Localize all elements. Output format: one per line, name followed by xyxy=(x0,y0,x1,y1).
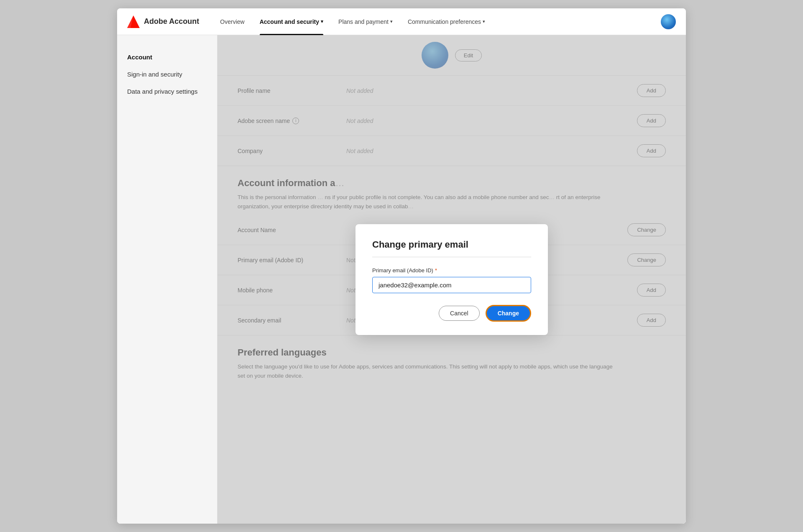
avatar[interactable] xyxy=(661,14,676,29)
nav-item-account-security[interactable]: Account and security ▾ xyxy=(252,8,331,35)
sidebar: Account Sign-in and security Data and pr… xyxy=(117,35,217,524)
change-email-modal: Change primary email Primary email (Adob… xyxy=(355,224,548,335)
modal-title: Change primary email xyxy=(372,239,531,250)
required-star: * xyxy=(435,267,437,274)
nav-items: Overview Account and security ▾ Plans an… xyxy=(212,8,661,35)
chevron-down-icon: ▾ xyxy=(390,19,393,24)
modal-actions: Cancel Change xyxy=(372,305,531,322)
sidebar-item-data-privacy[interactable]: Data and privacy settings xyxy=(117,83,217,100)
chevron-down-icon: ▾ xyxy=(483,19,485,24)
sidebar-item-signin-security[interactable]: Sign-in and security xyxy=(117,66,217,83)
primary-email-input[interactable] xyxy=(372,277,531,293)
modal-change-button[interactable]: Change xyxy=(486,305,531,322)
adobe-logo-icon xyxy=(127,15,140,28)
content-area: Edit Profile name Not added Add Adobe sc… xyxy=(217,35,686,524)
modal-divider xyxy=(372,257,531,257)
browser-window: Adobe Account Overview Account and secur… xyxy=(117,8,686,524)
sidebar-item-account[interactable]: Account xyxy=(117,49,217,66)
adobe-logo[interactable]: Adobe Account xyxy=(127,15,199,28)
modal-field-label: Primary email (Adobe ID) * xyxy=(372,267,531,274)
main-layout: Account Sign-in and security Data and pr… xyxy=(117,35,686,524)
nav-item-communication[interactable]: Communication preferences ▾ xyxy=(400,8,493,35)
modal-overlay: Change primary email Primary email (Adob… xyxy=(217,35,686,524)
app-title: Adobe Account xyxy=(144,17,199,26)
nav-item-plans[interactable]: Plans and payment ▾ xyxy=(331,8,400,35)
chevron-down-icon: ▾ xyxy=(321,19,323,24)
top-nav: Adobe Account Overview Account and secur… xyxy=(117,8,686,35)
nav-item-overview[interactable]: Overview xyxy=(212,8,252,35)
modal-cancel-button[interactable]: Cancel xyxy=(439,306,480,321)
